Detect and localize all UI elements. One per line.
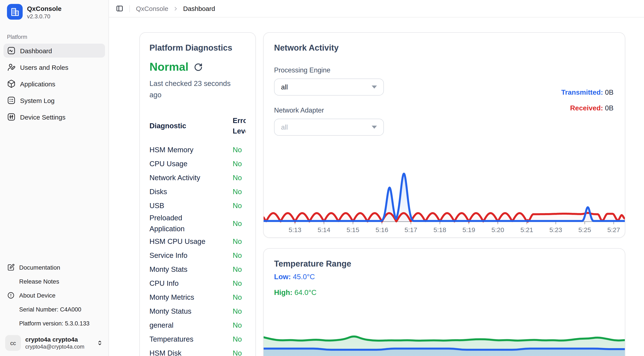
- app-window: QxConsole v2.3.0.70 Platform DashboardUs…: [0, 0, 644, 356]
- temperature-title: Temperature Range: [274, 259, 614, 269]
- diagnostic-name: general: [150, 319, 233, 330]
- topbar-divider: [130, 5, 130, 12]
- error-level-value: No: [233, 237, 246, 245]
- chevrons-up-down-icon[interactable]: [96, 339, 103, 346]
- sidebar-footer: DocumentationRelease NotesAbout DeviceSe…: [4, 261, 105, 352]
- square-pen-icon: [7, 264, 15, 271]
- x-tick-label: 5:15: [346, 226, 359, 233]
- diagnostic-name: HSM CPU Usage: [150, 236, 233, 247]
- error-level-value: No: [233, 349, 246, 356]
- diagnostic-name: CPU Usage: [150, 158, 233, 169]
- error-level-value: No: [233, 219, 246, 228]
- processing-engine-label: Processing Engine: [274, 66, 614, 74]
- footer-item-label: Documentation: [19, 264, 60, 271]
- breadcrumb-root[interactable]: QxConsole: [136, 5, 168, 12]
- sliders-square-icon: [7, 113, 16, 121]
- sidebar-item-label: Users and Roles: [20, 64, 68, 71]
- avatar: cc: [5, 335, 21, 351]
- processing-engine-value: all: [281, 83, 288, 91]
- table-row: DisksNo: [150, 185, 246, 199]
- alert-circle-icon: [7, 291, 15, 299]
- footer-item-label: Serial Number: C4A000: [19, 306, 81, 313]
- brand: QxConsole v2.3.0.70: [4, 4, 105, 20]
- table-row: CPU InfoNo: [150, 276, 246, 290]
- user-menu[interactable]: cc crypto4a crypto4a crypto4a@crypto4a.c…: [4, 332, 105, 352]
- diagnostic-name: Monty Stats: [150, 264, 233, 275]
- sidebar-nav: DashboardUsers and RolesApplicationsSyst…: [4, 44, 105, 126]
- sidebar-section-label: Platform: [7, 34, 105, 40]
- footer-item-label: Release Notes: [19, 278, 59, 285]
- table-row: HSM DiskNo: [150, 346, 246, 356]
- user-name: crypto4a crypto4a: [25, 336, 84, 343]
- diagnostic-name: Disks: [150, 186, 233, 197]
- sidebar-toggle-icon[interactable]: [116, 5, 123, 12]
- error-level-value: No: [233, 279, 246, 287]
- x-tick-label: 5:27: [608, 226, 620, 233]
- table-row: Monty MetricsNo: [150, 290, 246, 304]
- sidebar-item-users-and-roles[interactable]: Users and Roles: [4, 60, 105, 74]
- sidebar-item-label: Dashboard: [20, 47, 52, 54]
- topbar: QxConsole Dashboard: [109, 0, 644, 18]
- error-level-value: No: [233, 307, 246, 315]
- last-checked-text: Last checked 23 seconds ago: [150, 78, 242, 100]
- error-level-value: No: [233, 159, 246, 168]
- main-area: QxConsole Dashboard Platform Diagnostics…: [109, 0, 644, 356]
- x-tick-label: 5:19: [462, 226, 475, 233]
- sidebar-footer-item-about-device[interactable]: About Device: [4, 289, 105, 302]
- x-tick-label: 5:20: [492, 226, 504, 233]
- table-row: TemperaturesNo: [150, 332, 246, 346]
- refresh-icon[interactable]: [194, 63, 202, 71]
- x-tick-label: 5:13: [289, 226, 301, 233]
- user-pen-icon: [7, 63, 16, 72]
- error-level-value: No: [233, 251, 246, 259]
- x-tick-label: 5:14: [318, 226, 330, 233]
- table-row: HSM MemoryNo: [150, 143, 246, 157]
- diagnostics-title: Platform Diagnostics: [150, 43, 246, 53]
- table-row: HSM CPU UsageNo: [150, 234, 246, 248]
- app-title: QxConsole: [27, 4, 62, 13]
- processing-engine-select[interactable]: all: [274, 79, 384, 96]
- temperature-range-card: Temperature Range Low: 45.0°C High: 64.0…: [263, 248, 625, 356]
- network-title: Network Activity: [274, 43, 614, 53]
- diagnostic-name: Temperatures: [150, 333, 233, 344]
- transmitted-row: Transmitted: 0B: [561, 85, 614, 100]
- sidebar-footer-item-platform-version: Platform version: 5.3.0.133: [4, 317, 105, 330]
- x-tick-label: 5:23: [550, 226, 562, 233]
- user-email: crypto4a@crypto4a.com: [25, 343, 84, 350]
- error-level-value: No: [233, 321, 246, 329]
- x-tick-label: 5:25: [578, 226, 591, 233]
- diagnostic-name: CPU Info: [150, 278, 233, 289]
- breadcrumb-current: Dashboard: [183, 5, 215, 12]
- activity-square-icon: [7, 46, 16, 55]
- sidebar-footer-item-serial-number: Serial Number: C4A000: [4, 303, 105, 316]
- error-level-value: No: [233, 201, 246, 210]
- error-level-value: No: [233, 335, 246, 343]
- diagnostic-name: Monty Metrics: [150, 292, 233, 303]
- table-row: CPU UsageNo: [150, 157, 246, 170]
- x-tick-label: 5:18: [434, 226, 446, 233]
- footer-item-label: Platform version: 5.3.0.133: [19, 320, 90, 326]
- sidebar-item-label: Applications: [20, 80, 55, 87]
- diagnostic-name: HSM Memory: [150, 144, 233, 155]
- chevron-right-icon: [172, 6, 179, 12]
- platform-diagnostics-card: Platform Diagnostics Normal Last checked…: [140, 32, 256, 356]
- table-row: generalNo: [150, 318, 246, 332]
- sidebar-item-applications[interactable]: Applications: [4, 77, 105, 91]
- footer-item-label: About Device: [19, 292, 56, 299]
- table-row: USBNo: [150, 199, 246, 213]
- diagnostic-name: USB: [150, 200, 233, 211]
- diagnostic-name: Service Info: [150, 250, 233, 261]
- network-activity-chart: 5:135:145:155:165:175:185:195:205:215:23…: [264, 102, 625, 237]
- sidebar-footer-item-release-notes[interactable]: Release Notes: [4, 275, 105, 288]
- list-square-icon: [7, 96, 16, 105]
- diagnostic-name: Network Activity: [150, 172, 233, 183]
- sidebar-item-dashboard[interactable]: Dashboard: [4, 44, 105, 58]
- content: Platform Diagnostics Normal Last checked…: [109, 18, 644, 356]
- sidebar-item-system-log[interactable]: System Log: [4, 93, 105, 107]
- diagnostic-name: HSM Disk: [150, 347, 233, 356]
- error-level-value: No: [233, 173, 246, 182]
- sidebar-footer-item-documentation[interactable]: Documentation: [4, 261, 105, 274]
- sidebar-item-label: System Log: [20, 97, 54, 104]
- sidebar-item-device-settings[interactable]: Device Settings: [4, 110, 105, 124]
- building-icon: [7, 4, 23, 20]
